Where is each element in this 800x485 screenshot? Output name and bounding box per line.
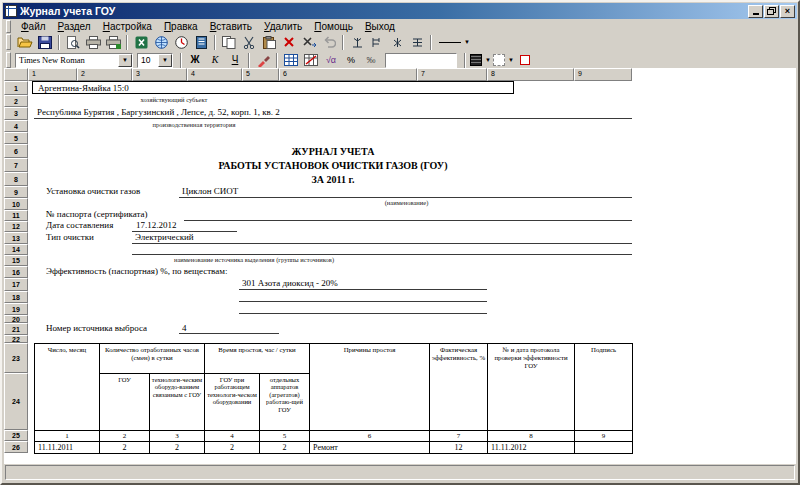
export-html-button[interactable] <box>151 34 171 51</box>
save-button[interactable] <box>35 34 55 51</box>
export-excel-button[interactable] <box>131 34 151 51</box>
col-num: 4 <box>205 431 260 442</box>
menu-item-4[interactable]: Правка <box>158 20 204 33</box>
font-family-combo[interactable]: Times New Roman ▼ <box>15 53 133 68</box>
line-sample-icon <box>439 42 461 43</box>
efficiency-line-2[interactable] <box>239 301 487 302</box>
restore-icon <box>767 7 776 15</box>
font-color-button[interactable] <box>515 52 535 69</box>
cell-downtime-gou[interactable]: 2 <box>205 442 260 454</box>
source-hint: наименование источника выделения (группы… <box>34 256 474 263</box>
journal-title-3: ЗА 2011 г. <box>34 174 632 185</box>
table-row: 11.11.2011 2 2 2 2 Ремонт 12 11.11.2012 <box>35 442 633 454</box>
cell-reason[interactable]: Ремонт <box>310 442 430 454</box>
line-style-dropdown[interactable]: ▼ <box>435 34 479 51</box>
open-button[interactable] <box>15 34 35 51</box>
insert-column-button[interactable] <box>367 34 387 51</box>
menu-item-3[interactable]: Настройка <box>97 20 158 33</box>
menu-item-7[interactable]: Помощь <box>308 20 359 33</box>
percent-button[interactable]: % <box>341 52 361 69</box>
passport-line[interactable] <box>184 220 632 221</box>
underline-button[interactable]: Ч <box>225 52 245 69</box>
cell-efficiency[interactable]: 12 <box>430 442 488 454</box>
menu-item-6[interactable]: Удалить <box>258 20 308 33</box>
close-button[interactable]: × <box>780 5 795 18</box>
bold-button[interactable]: Ж <box>185 52 205 69</box>
report-button[interactable] <box>191 34 211 51</box>
borders-dropdown[interactable]: ▼ <box>492 52 515 69</box>
journal-table: Число, месяц Количество отработанных час… <box>34 343 633 454</box>
cell-downtime-units[interactable]: 2 <box>260 442 310 454</box>
fill-pattern-dropdown[interactable]: ▼ <box>469 52 492 69</box>
cell-signature[interactable] <box>575 442 633 454</box>
undo-button[interactable] <box>319 34 339 51</box>
copy-button[interactable] <box>219 34 239 51</box>
status-bar <box>5 465 795 480</box>
print-setup-button[interactable] <box>103 34 123 51</box>
format-input[interactable] <box>385 53 457 68</box>
schedule-button[interactable] <box>171 34 191 51</box>
chevron-down-icon: ▼ <box>485 57 491 63</box>
structure-icon <box>411 36 424 49</box>
menu-item-2[interactable]: Раздел <box>52 20 97 33</box>
unit-label: Установка очистки газов <box>46 187 140 197</box>
menu-item-8[interactable]: Выход <box>359 20 401 33</box>
menu-item-1[interactable]: Файл <box>15 20 52 33</box>
type-label: Тип очистки <box>46 233 94 243</box>
toolbar2-grip[interactable] <box>6 52 11 68</box>
format-painter-button[interactable] <box>253 52 273 69</box>
permille-button[interactable]: ‰ <box>361 52 381 69</box>
cell-protocol[interactable]: 11.11.2012 <box>488 442 575 454</box>
delete-special-button[interactable] <box>299 34 319 51</box>
paste-button[interactable] <box>259 34 279 51</box>
cell-tech-hours[interactable]: 2 <box>150 442 205 454</box>
toolbar1-grip[interactable] <box>6 34 11 50</box>
subheader-tech: технологи-ческим оборудо-ванием связанны… <box>150 374 205 431</box>
printer-settings-icon <box>106 36 121 49</box>
cut-button[interactable] <box>239 34 259 51</box>
chevron-down-icon: ▼ <box>464 39 470 45</box>
menu-item-5[interactable]: Вставить <box>204 20 258 33</box>
delete-x-icon <box>283 36 295 48</box>
unit-value[interactable]: Циклон СИОТ <box>182 187 238 197</box>
printer-icon <box>86 36 101 49</box>
territory-field[interactable]: Республика Бурятия , Баргузинский , Лепс… <box>37 108 280 118</box>
efficiency-line-3[interactable] <box>239 313 487 314</box>
cell-date[interactable]: 11.11.2011 <box>35 442 100 454</box>
clear-cells-button[interactable] <box>301 52 321 69</box>
col-num: 9 <box>575 431 633 442</box>
formula-button[interactable]: √α <box>321 52 341 69</box>
insert-row-button[interactable] <box>347 34 367 51</box>
structure-button[interactable] <box>407 34 427 51</box>
menu-grip[interactable] <box>6 20 11 33</box>
title-bar[interactable]: Журнал учета ГОУ × <box>3 3 797 19</box>
col-num: 8 <box>488 431 575 442</box>
maximize-button[interactable] <box>764 5 779 18</box>
subject-field[interactable]: Аргентина-Ямайка 15:0 <box>32 81 514 94</box>
delete-row-button[interactable] <box>387 34 407 51</box>
col-num: 6 <box>310 431 430 442</box>
cell-gou-hours[interactable]: 2 <box>100 442 150 454</box>
date-value[interactable]: 17.12.2012 <box>136 221 177 231</box>
efficiency-value[interactable]: 301 Азота диоксид - 20% <box>242 279 338 289</box>
minimize-button[interactable] <box>748 5 763 18</box>
chevron-down-icon[interactable]: ▼ <box>158 54 172 67</box>
header-signature: Подпись <box>575 344 633 431</box>
undo-arrow-icon <box>323 36 336 48</box>
delete-button[interactable] <box>279 34 299 51</box>
font-size-combo[interactable]: 10 ▼ <box>137 53 173 68</box>
print-preview-button[interactable] <box>63 34 83 51</box>
globe-icon <box>155 36 168 49</box>
grid-button[interactable] <box>281 52 301 69</box>
chevron-down-icon[interactable]: ▼ <box>118 54 132 67</box>
subheader-units: отдельных аппаратов (агрегатов) работаю-… <box>260 374 310 431</box>
subheader-gou-at-work: ГОУ при работающем технологи-ческом обор… <box>205 374 260 431</box>
type-value[interactable]: Электрический <box>135 233 194 243</box>
document-sheet: 123456789 123456789101112131415161718192… <box>4 68 796 464</box>
separator <box>214 35 216 50</box>
journal-title-1: ЖУРНАЛ УЧЕТА <box>34 146 632 157</box>
print-button[interactable] <box>83 34 103 51</box>
unit-line <box>179 197 632 198</box>
italic-button[interactable]: К <box>205 52 225 69</box>
font-size-value: 10 <box>138 55 158 65</box>
